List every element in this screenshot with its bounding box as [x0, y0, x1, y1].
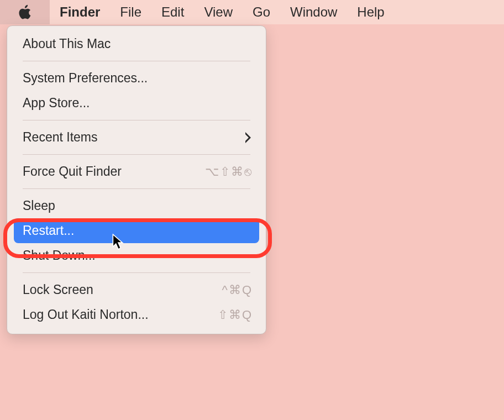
menu-item-label: Log Out Kaiti Norton...	[23, 307, 149, 322]
menu-log-out[interactable]: Log Out Kaiti Norton... ⇧⌘Q	[7, 302, 266, 327]
menu-system-preferences[interactable]: System Preferences...	[7, 66, 266, 91]
menu-about-this-mac[interactable]: About This Mac	[7, 32, 266, 56]
menubar-window[interactable]: Window	[280, 0, 347, 24]
menu-item-label: Restart...	[23, 223, 74, 238]
menubar-app-name[interactable]: Finder	[50, 0, 110, 24]
apple-logo-icon	[17, 2, 33, 22]
menubar-help[interactable]: Help	[347, 0, 394, 24]
menubar-view[interactable]: View	[194, 0, 243, 24]
apple-menu-trigger[interactable]	[0, 0, 50, 24]
menubar-go[interactable]: Go	[243, 0, 280, 24]
menu-divider	[23, 61, 250, 61]
menu-item-label: System Preferences...	[23, 71, 148, 86]
menu-divider	[23, 154, 250, 155]
menu-item-label: Recent Items	[23, 130, 98, 145]
menu-lock-screen[interactable]: Lock Screen ^⌘Q	[7, 277, 266, 302]
menu-restart[interactable]: Restart...	[14, 218, 259, 243]
menu-shortcut: ⌥⇧⌘⎋	[205, 165, 253, 179]
menu-shut-down[interactable]: Shut Down...	[7, 243, 266, 268]
menu-divider	[23, 120, 250, 120]
menu-force-quit[interactable]: Force Quit Finder ⌥⇧⌘⎋	[7, 159, 266, 184]
menubar: Finder File Edit View Go Window Help	[0, 0, 504, 24]
menu-item-label: App Store...	[23, 96, 90, 111]
menu-recent-items[interactable]: Recent Items	[7, 125, 266, 150]
menu-item-label: Sleep	[23, 198, 55, 213]
menubar-edit[interactable]: Edit	[151, 0, 194, 24]
menubar-file[interactable]: File	[110, 0, 151, 24]
menu-shortcut: ^⌘Q	[222, 283, 253, 297]
menu-divider	[23, 188, 250, 189]
menu-item-label: Lock Screen	[23, 282, 93, 297]
menu-item-label: Force Quit Finder	[23, 164, 122, 179]
menu-item-label: About This Mac	[23, 36, 111, 51]
chevron-right-icon	[244, 131, 253, 144]
apple-menu-dropdown: About This Mac System Preferences... App…	[7, 25, 266, 334]
menu-app-store[interactable]: App Store...	[7, 91, 266, 116]
menu-divider	[23, 272, 250, 273]
menu-item-label: Shut Down...	[23, 248, 96, 263]
menu-shortcut: ⇧⌘Q	[218, 308, 253, 322]
menu-sleep[interactable]: Sleep	[7, 193, 266, 218]
